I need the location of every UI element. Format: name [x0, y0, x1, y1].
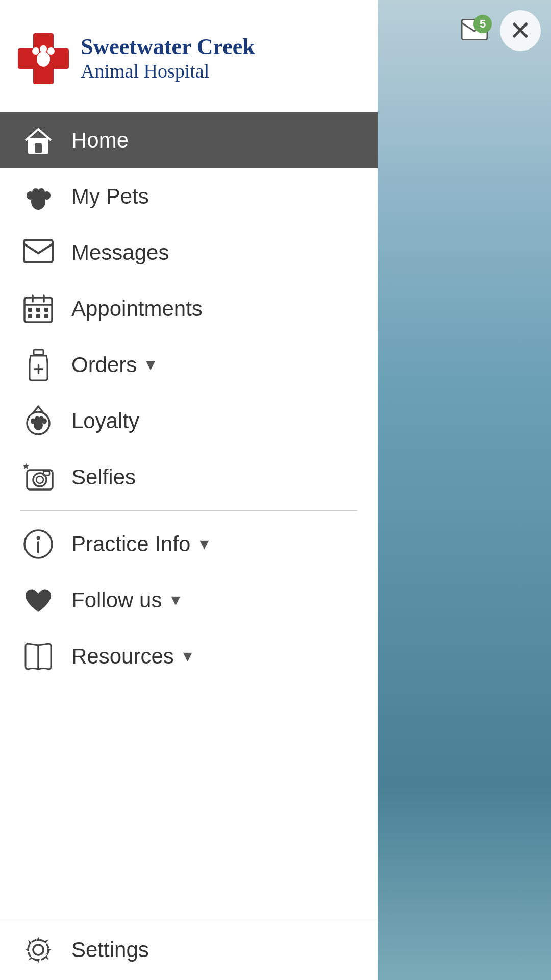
svg-rect-24	[44, 308, 48, 312]
logo-name-line1: Sweetwater Creek	[81, 35, 255, 59]
follow-us-chevron: ▼	[168, 592, 183, 609]
gear-icon	[20, 932, 56, 968]
svg-rect-25	[28, 314, 32, 318]
svg-rect-11	[35, 143, 42, 153]
svg-point-42	[37, 536, 40, 540]
logo-cross	[15, 31, 71, 87]
messages-icon	[20, 235, 56, 271]
loyalty-label: Loyalty	[71, 409, 139, 433]
bottle-icon	[20, 347, 56, 383]
message-icon-wrap: 5	[461, 19, 488, 42]
logo-text: Sweetwater Creek Animal Hospital	[81, 35, 255, 82]
logo-container: Sweetwater Creek Animal Hospital	[15, 31, 255, 87]
settings-label: Settings	[71, 938, 149, 962]
message-badge: 5	[473, 15, 492, 33]
svg-rect-40	[43, 471, 49, 475]
background-image	[378, 0, 551, 980]
svg-rect-17	[24, 240, 53, 262]
svg-rect-23	[36, 308, 40, 312]
svg-rect-26	[36, 314, 40, 318]
nav-item-resources[interactable]: Resources ▼	[0, 628, 378, 684]
home-label: Home	[71, 128, 129, 153]
svg-point-10	[48, 48, 54, 54]
svg-point-8	[33, 48, 39, 54]
navigation-drawer: Sweetwater Creek Animal Hospital Home	[0, 0, 378, 980]
resources-chevron: ▼	[180, 648, 195, 665]
nav-item-practice-info[interactable]: Practice Info ▼	[0, 516, 378, 572]
paw-icon	[20, 179, 56, 214]
my-pets-label: My Pets	[71, 184, 149, 209]
nav-divider	[0, 510, 378, 511]
nav-item-follow-us[interactable]: Follow us ▼	[0, 572, 378, 628]
drawer-header: Sweetwater Creek Animal Hospital	[0, 0, 378, 112]
practice-info-label: Practice Info ▼	[71, 532, 212, 556]
appointments-label: Appointments	[71, 297, 203, 321]
home-icon	[20, 122, 56, 158]
info-circle-icon	[20, 526, 56, 562]
message-notification-button[interactable]: 5	[454, 10, 495, 51]
svg-point-39	[36, 476, 43, 483]
svg-rect-27	[44, 314, 48, 318]
settings-footer[interactable]: Settings	[0, 919, 378, 980]
nav-item-my-pets[interactable]: My Pets	[0, 168, 378, 225]
book-icon	[20, 639, 56, 674]
orders-label: Orders ▼	[71, 353, 158, 377]
svg-rect-28	[34, 350, 43, 355]
medal-icon	[20, 403, 56, 439]
heart-icon	[20, 582, 56, 618]
orders-chevron: ▼	[143, 356, 158, 374]
follow-us-label: Follow us ▼	[71, 588, 183, 612]
selfies-label: Selfies	[71, 465, 136, 489]
nav-item-loyalty[interactable]: Loyalty	[0, 393, 378, 449]
nav-item-messages[interactable]: Messages	[0, 225, 378, 281]
logo-name-line2: Animal Hospital	[81, 60, 255, 82]
nav-item-home[interactable]: Home	[0, 112, 378, 168]
nav-item-selfies[interactable]: Selfies	[0, 449, 378, 505]
close-button[interactable]: ✕	[500, 10, 541, 51]
svg-point-7	[37, 52, 50, 67]
calendar-icon	[20, 291, 56, 327]
camera-star-icon	[20, 459, 56, 495]
close-icon: ✕	[509, 15, 532, 46]
svg-point-45	[33, 945, 43, 955]
svg-point-36	[42, 418, 47, 424]
svg-rect-22	[28, 308, 32, 312]
nav-item-appointments[interactable]: Appointments	[0, 281, 378, 337]
resources-label: Resources ▼	[71, 644, 195, 669]
practice-info-chevron: ▼	[196, 535, 212, 553]
nav-item-orders[interactable]: Orders ▼	[0, 337, 378, 393]
svg-point-9	[40, 45, 46, 52]
nav-list: Home My Pets	[0, 112, 378, 919]
messages-label: Messages	[71, 240, 169, 265]
svg-point-16	[43, 191, 51, 200]
